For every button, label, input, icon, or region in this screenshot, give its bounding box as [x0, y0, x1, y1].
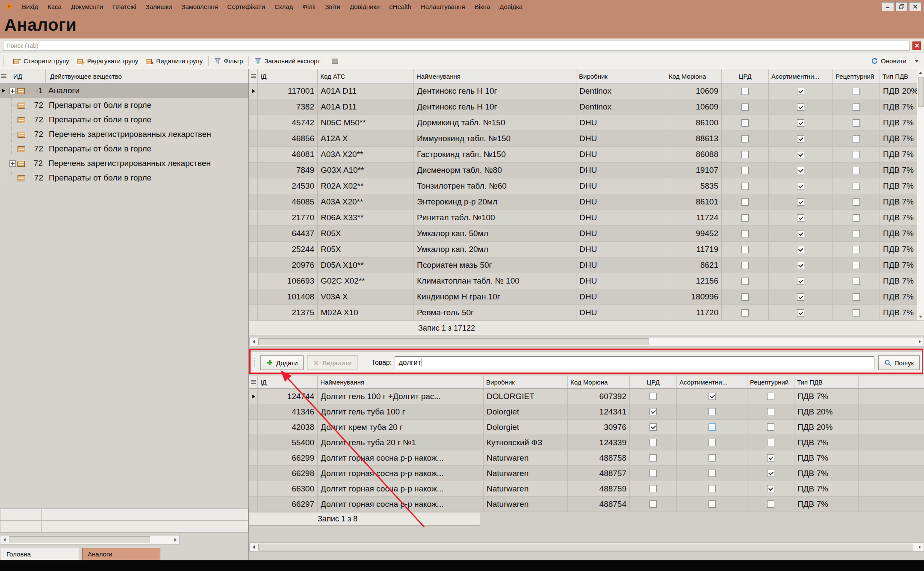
scroll-thumb[interactable]: [258, 544, 913, 550]
scroll-thumb[interactable]: [918, 77, 924, 107]
assort-checkbox[interactable]: [797, 214, 804, 222]
analog-row[interactable]: 66297Долгит горная сосна р-р накож...Nat…: [249, 497, 924, 512]
tree-group-row[interactable]: 72Перечень зарегистрированных лекарствен: [0, 127, 248, 142]
products-horizontal-scrollbar[interactable]: [249, 337, 924, 346]
cell-assort[interactable]: [769, 83, 833, 99]
column-header-assort[interactable]: Асортиментни...: [769, 69, 833, 83]
crd-checkbox[interactable]: [649, 470, 657, 477]
assort-checkbox[interactable]: [797, 262, 804, 269]
menu-item[interactable]: Вихід: [17, 1, 43, 12]
cell-recipe[interactable]: [747, 497, 794, 512]
recipe-checkbox[interactable]: [853, 151, 860, 158]
recipe-checkbox[interactable]: [853, 135, 860, 142]
assort-checkbox[interactable]: [708, 485, 716, 492]
menu-item[interactable]: Сертифікати: [223, 1, 270, 12]
crd-checkbox[interactable]: [741, 104, 749, 111]
cell-recipe[interactable]: [833, 242, 880, 257]
recipe-checkbox[interactable]: [853, 104, 860, 111]
search-input[interactable]: [3, 41, 909, 51]
cell-assort[interactable]: [677, 435, 747, 450]
analog-row[interactable]: 124744Долгит гель 100 г +Долгит рас...DO…: [249, 389, 924, 404]
cell-recipe[interactable]: [747, 404, 794, 419]
menu-item[interactable]: Склад: [270, 1, 298, 12]
refresh-dropdown-icon[interactable]: [915, 60, 919, 62]
cell-assort[interactable]: [769, 305, 833, 320]
cell-crd[interactable]: [630, 497, 677, 512]
column-header-id[interactable]: ІД: [258, 69, 318, 83]
cell-crd[interactable]: [630, 466, 677, 481]
menu-item[interactable]: eHealth: [384, 1, 416, 12]
assort-checkbox[interactable]: [797, 135, 804, 142]
cell-assort[interactable]: [769, 147, 833, 162]
cell-recipe[interactable]: [747, 389, 794, 404]
cell-assort[interactable]: [769, 210, 833, 225]
cell-recipe[interactable]: [747, 420, 794, 435]
menu-item[interactable]: Залишки: [141, 1, 177, 12]
assort-checkbox[interactable]: [797, 230, 804, 237]
cell-recipe[interactable]: [833, 131, 880, 146]
crd-checkbox[interactable]: [649, 454, 657, 462]
cell-assort[interactable]: [769, 257, 833, 273]
assort-checkbox[interactable]: [797, 246, 804, 253]
scroll-right-button[interactable]: [171, 535, 179, 544]
crd-checkbox[interactable]: [649, 500, 657, 508]
cell-crd[interactable]: [722, 305, 769, 320]
cell-crd[interactable]: [722, 289, 769, 305]
column-header-crd[interactable]: ЦРД: [630, 376, 677, 388]
cell-crd[interactable]: [722, 210, 769, 225]
cell-assort[interactable]: [769, 163, 833, 178]
tree-horizontal-scrollbar[interactable]: [0, 535, 180, 544]
create-group-button[interactable]: Створити групу: [9, 55, 73, 67]
assort-checkbox[interactable]: [797, 293, 804, 301]
assort-checkbox[interactable]: [797, 183, 804, 190]
analog-row[interactable]: 41346Долгит гель туба 100 гDolorgiet1243…: [249, 404, 924, 420]
cell-crd[interactable]: [722, 273, 769, 289]
crd-checkbox[interactable]: [741, 183, 749, 190]
recipe-checkbox[interactable]: [853, 198, 860, 206]
assort-checkbox[interactable]: [708, 439, 716, 446]
tree-expander-icon[interactable]: [9, 88, 16, 94]
assort-checkbox[interactable]: [797, 119, 804, 127]
crd-checkbox[interactable]: [741, 119, 749, 127]
recipe-checkbox[interactable]: [767, 454, 774, 462]
cell-recipe[interactable]: [747, 435, 794, 450]
cell-crd[interactable]: [630, 450, 677, 465]
cell-assort[interactable]: [769, 99, 833, 115]
crd-checkbox[interactable]: [741, 278, 749, 285]
cell-crd[interactable]: [722, 131, 769, 146]
crd-checkbox[interactable]: [741, 135, 749, 142]
cell-assort[interactable]: [677, 466, 747, 481]
scroll-left-button[interactable]: [250, 337, 257, 346]
crd-checkbox[interactable]: [649, 423, 657, 431]
close-button[interactable]: [909, 2, 921, 11]
menu-item[interactable]: Документи: [66, 1, 108, 12]
cell-recipe[interactable]: [833, 305, 880, 320]
cell-recipe[interactable]: [833, 273, 880, 289]
scroll-thumb[interactable]: [9, 536, 150, 543]
cell-assort[interactable]: [769, 226, 833, 241]
assort-checkbox[interactable]: [708, 470, 716, 477]
recipe-checkbox[interactable]: [767, 470, 774, 477]
cell-recipe[interactable]: [747, 466, 794, 481]
product-row[interactable]: 45742N05C M50**Дормикинд табл. №150DHU86…: [249, 115, 924, 131]
product-row[interactable]: 7382A01A D11Дентинокс гель Н 10гDentinox…: [249, 99, 924, 115]
recipe-checkbox[interactable]: [767, 408, 774, 415]
assort-checkbox[interactable]: [797, 88, 804, 95]
minimize-button[interactable]: [882, 2, 894, 11]
cell-crd[interactable]: [630, 404, 677, 419]
menu-item[interactable]: Вікна: [470, 1, 495, 12]
cell-recipe[interactable]: [833, 210, 880, 225]
cell-crd[interactable]: [630, 389, 677, 404]
recipe-checkbox[interactable]: [853, 262, 860, 269]
recipe-checkbox[interactable]: [853, 214, 860, 222]
cell-recipe[interactable]: [833, 115, 880, 130]
cell-assort[interactable]: [769, 242, 833, 257]
cell-assort[interactable]: [677, 389, 747, 404]
cell-crd[interactable]: [722, 194, 769, 210]
scroll-left-button[interactable]: [0, 535, 8, 544]
tree-group-row[interactable]: 72Препараты от боли в горле: [0, 142, 248, 156]
delete-group-button[interactable]: Видалити групу: [142, 55, 207, 67]
analog-row[interactable]: 66299Долгит горная сосна р-р накож...Nat…: [249, 450, 924, 466]
cell-recipe[interactable]: [747, 450, 794, 465]
tree-group-row[interactable]: 72Препараты от боли в горле: [0, 112, 248, 127]
